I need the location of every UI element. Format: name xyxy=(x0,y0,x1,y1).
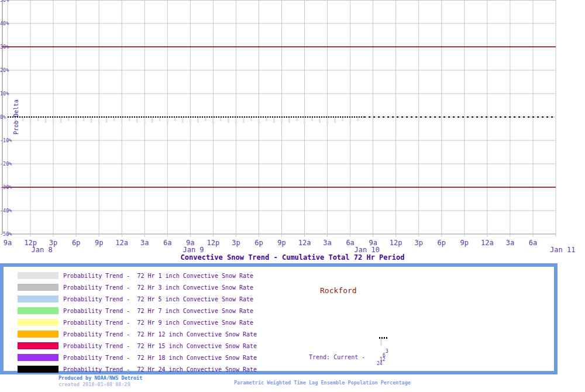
x-tick-label: 3a xyxy=(140,239,149,247)
x-date-label: Jan 11 xyxy=(550,246,575,254)
x-date-label: Jan 10 xyxy=(355,246,380,254)
x-tick-label: 3a xyxy=(323,239,331,247)
x-tick-label: 6p xyxy=(72,239,80,247)
y-tick-label: -40% xyxy=(0,208,12,214)
y-axis-title: Prob Delta xyxy=(13,99,19,135)
probability-trend-chart: 50%40%30%20%10%0%-10%-20%-30%-40%-50%Pro… xyxy=(0,0,585,263)
x-date-label: Jan 9 xyxy=(183,246,204,254)
site-label: Rockford xyxy=(320,286,357,295)
x-tick-label: 12a xyxy=(481,239,494,247)
footer: Produced by NOAA/NWS Detroit created 201… xyxy=(0,373,585,392)
legend-swatch xyxy=(18,295,58,302)
legend-item: Probability Trend - 72 Hr 5 inch Convect… xyxy=(4,293,278,305)
legend-item-label: Probability Trend - 72 Hr 9 inch Convect… xyxy=(63,319,253,326)
legend-item: Probability Trend - 72 Hr 18 inch Convec… xyxy=(4,352,278,363)
legend-item-label: Probability Trend - 72 Hr 3 inch Convect… xyxy=(63,284,253,291)
y-tick-label: -10% xyxy=(0,137,12,143)
legend-item-label: Probability Trend - 72 Hr 12 inch Convec… xyxy=(63,331,257,338)
x-tick-label: 12a xyxy=(298,239,311,247)
x-tick-label: 9p xyxy=(277,239,285,247)
x-tick-label: 12p xyxy=(390,239,402,247)
legend-swatch xyxy=(18,342,58,349)
x-tick-label: 12p xyxy=(207,239,220,247)
y-tick-label: -20% xyxy=(0,161,12,167)
trend-age-label: 24 xyxy=(377,361,383,366)
legend-swatch xyxy=(18,319,58,326)
legend-item: Probability Trend - 72 Hr 3 inch Convect… xyxy=(4,281,278,293)
legend-item-label: Probability Trend - 72 Hr 7 inch Convect… xyxy=(63,308,253,314)
legend-item: Probability Trend - 72 Hr 9 inch Convect… xyxy=(4,317,278,328)
x-tick-label: 9a xyxy=(4,239,12,247)
trend-style-glyph: 361224 xyxy=(374,337,397,372)
x-tick-label: 6p xyxy=(438,239,446,247)
legend-swatch xyxy=(18,272,58,279)
legend-item-label: Probability Trend - 72 Hr 18 inch Convec… xyxy=(63,355,257,361)
x-tick-label: 3p xyxy=(415,239,423,247)
legend-rows: Probability Trend - 72 Hr 1 inch Convect… xyxy=(4,270,278,375)
x-tick-label: 6p xyxy=(254,239,263,247)
x-tick-label: 6a xyxy=(346,239,354,247)
y-tick-label: 30% xyxy=(0,44,9,50)
legend-item: Probability Trend - 72 Hr 15 inch Convec… xyxy=(4,340,278,352)
y-tick-label: 10% xyxy=(0,91,9,97)
legend-item-label: Probability Trend - 72 Hr 15 inch Convec… xyxy=(63,343,257,349)
legend-item: Probability Trend - 72 Hr 12 inch Convec… xyxy=(4,328,278,340)
x-tick-label: 6a xyxy=(163,239,171,247)
trend-age-label: 3 xyxy=(386,349,388,354)
produced-by-label: Produced by NOAA/NWS Detroit xyxy=(58,375,142,381)
x-tick-label: 3a xyxy=(506,239,514,247)
y-tick-label: 50% xyxy=(0,0,9,3)
created-timestamp-label: created 2018-01-08 08:29 xyxy=(58,381,130,387)
legend-item: Probability Trend - 72 Hr 1 inch Convect… xyxy=(4,270,278,281)
trend-caption-label: Trend: Current - xyxy=(309,354,365,360)
y-tick-label: -30% xyxy=(0,184,12,190)
legend-swatch xyxy=(18,284,58,291)
method-label: Parametric Weighted Time Lag Ensemble Po… xyxy=(234,380,411,386)
x-tick-label: 6a xyxy=(529,239,537,247)
x-tick-label: 9p xyxy=(95,239,103,247)
hour-marker-sample xyxy=(380,339,382,346)
x-tick-label: 3p xyxy=(232,239,240,247)
x-tick-label: 9p xyxy=(460,239,469,247)
y-tick-label: 0% xyxy=(0,114,6,120)
chart-title: Convective Snow Trend - Cumulative Total… xyxy=(0,253,585,262)
x-tick-label: 12a xyxy=(115,239,128,247)
legend-swatch xyxy=(18,307,58,314)
y-tick-label: -50% xyxy=(0,231,12,237)
legend-item-label: Probability Trend - 72 Hr 5 inch Convect… xyxy=(63,296,253,302)
x-date-label: Jan 8 xyxy=(32,246,53,254)
y-tick-label: 20% xyxy=(0,67,9,73)
legend-swatch xyxy=(18,354,58,361)
y-tick-label: 40% xyxy=(0,20,9,26)
legend-item-label: Probability Trend - 72 Hr 1 inch Convect… xyxy=(63,273,253,279)
legend-box: Probability Trend - 72 Hr 1 inch Convect… xyxy=(0,263,558,374)
legend-item-label: Probability Trend - 72 Hr 24 inch Convec… xyxy=(63,366,257,373)
legend-swatch xyxy=(18,366,58,373)
legend-item: Probability Trend - 72 Hr 7 inch Convect… xyxy=(4,305,278,317)
chart-plot-area: 50%40%30%20%10%0%-10%-20%-30%-40%-50%Pro… xyxy=(0,0,585,263)
legend-swatch xyxy=(18,331,58,338)
